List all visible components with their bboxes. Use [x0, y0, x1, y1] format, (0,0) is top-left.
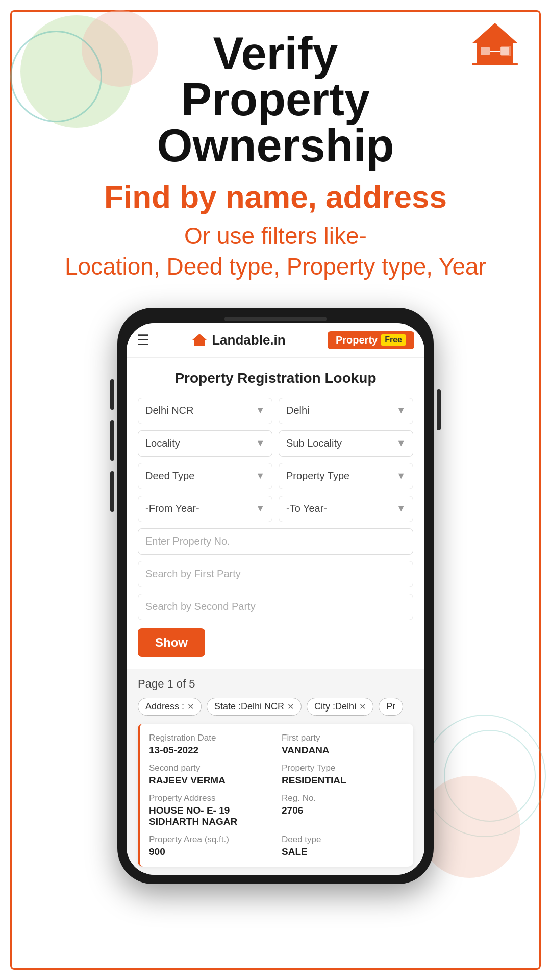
property-no-placeholder: Enter Property No.	[145, 535, 230, 547]
property-address-field: Property Address HOUSE NO- E- 19 SIDHART…	[149, 793, 271, 827]
filter-tag-address[interactable]: Address : ✕	[138, 698, 202, 716]
state-value: Delhi NCR	[145, 405, 193, 416]
city-chevron-icon: ▼	[396, 405, 406, 416]
locality-row: Locality ▼ Sub Locality ▼	[138, 430, 413, 457]
property-type-dropdown[interactable]: Property Type ▼	[279, 463, 413, 489]
filter-tag-pr[interactable]: Pr	[379, 698, 403, 716]
property-type-label: Property Type	[286, 470, 349, 482]
svg-rect-3	[490, 53, 500, 64]
remove-city-icon[interactable]: ✕	[359, 702, 366, 712]
year-row: -From Year- ▼ -To Year- ▼	[138, 496, 413, 522]
header-section: VerifyPropertyOwnership Find by name, ad…	[0, 0, 551, 282]
sub-locality-dropdown[interactable]: Sub Locality ▼	[279, 430, 413, 457]
filter-tag-state[interactable]: State :Delhi NCR ✕	[207, 698, 302, 716]
locality-dropdown[interactable]: Locality ▼	[138, 430, 272, 457]
from-year-label: -From Year-	[145, 503, 199, 514]
power-button	[437, 389, 441, 430]
hamburger-icon[interactable]: ☰	[137, 332, 149, 349]
deed-chevron-icon: ▼	[256, 471, 265, 481]
second-party-placeholder: Search by Second Party	[145, 601, 256, 612]
svg-rect-6	[472, 63, 518, 65]
reg-no-field: Reg. No. 2706	[282, 793, 404, 827]
app-logo-text: Landable.in	[212, 332, 285, 348]
state-dropdown[interactable]: Delhi NCR ▼	[138, 398, 272, 424]
to-year-label: -To Year-	[286, 503, 327, 514]
filters-text: Or use filters like-Location, Deed type,…	[0, 221, 551, 282]
house-icon-top	[469, 20, 520, 68]
phone-mockup: ☰ Landable.in Property Free Property Reg…	[117, 308, 434, 884]
from-year-chevron-icon: ▼	[256, 503, 265, 514]
phone-screen: ☰ Landable.in Property Free Property Reg…	[127, 323, 424, 875]
deed-type-label: Deed Type	[145, 470, 194, 482]
svg-rect-4	[481, 47, 490, 55]
subtitle-text: Find by name, address	[0, 179, 551, 215]
second-party-field: Second party RAJEEV VERMA	[149, 763, 271, 786]
deed-property-row: Deed Type ▼ Property Type ▼	[138, 463, 413, 489]
volume-up-button	[110, 379, 114, 410]
sub-locality-chevron-icon: ▼	[396, 438, 406, 449]
form-title: Property Registration Lookup	[138, 370, 413, 386]
property-type-chevron-icon: ▼	[396, 471, 406, 481]
silent-button	[110, 471, 114, 512]
locality-label: Locality	[145, 437, 180, 449]
result-grid: Registration Date 13-05-2022 First party…	[149, 733, 404, 857]
main-title: VerifyPropertyOwnership	[0, 31, 551, 168]
deed-type-field: Deed type SALE	[282, 835, 404, 857]
svg-rect-8	[198, 342, 201, 346]
filter-tags: Address : ✕ State :Delhi NCR ✕ City :Del…	[138, 698, 413, 716]
remove-state-icon[interactable]: ✕	[287, 702, 294, 712]
property-badge: Property Free	[328, 331, 414, 349]
area-field: Property Area (sq.ft.) 900	[149, 835, 271, 857]
property-no-input[interactable]: Enter Property No.	[138, 528, 413, 555]
deed-type-dropdown[interactable]: Deed Type ▼	[138, 463, 272, 489]
phone-wrapper: ☰ Landable.in Property Free Property Reg…	[0, 308, 551, 884]
state-chevron-icon: ▼	[256, 405, 265, 416]
locality-chevron-icon: ▼	[256, 438, 265, 449]
remove-address-icon[interactable]: ✕	[187, 702, 194, 712]
first-party-placeholder: Search by First Party	[145, 568, 241, 580]
volume-down-button	[110, 420, 114, 461]
property-type-field: Property Type RESIDENTIAL	[282, 763, 404, 786]
app-logo: Landable.in	[191, 332, 285, 348]
city-dropdown[interactable]: Delhi ▼	[279, 398, 413, 424]
first-party-input[interactable]: Search by First Party	[138, 561, 413, 587]
page-info: Page 1 of 5	[138, 677, 413, 691]
show-button[interactable]: Show	[138, 628, 205, 657]
results-area: Page 1 of 5 Address : ✕ State :Delhi NCR…	[127, 669, 424, 875]
state-city-row: Delhi NCR ▼ Delhi ▼	[138, 398, 413, 424]
form-area: Property Registration Lookup Delhi NCR ▼…	[127, 358, 424, 669]
result-card: Registration Date 13-05-2022 First party…	[138, 724, 413, 867]
reg-date-field: Registration Date 13-05-2022	[149, 733, 271, 756]
free-badge: Free	[381, 334, 406, 346]
svg-rect-5	[500, 47, 509, 55]
second-party-input[interactable]: Search by Second Party	[138, 594, 413, 620]
sub-locality-label: Sub Locality	[286, 437, 342, 449]
first-party-field: First party VANDANA	[282, 733, 404, 756]
from-year-dropdown[interactable]: -From Year- ▼	[138, 496, 272, 522]
to-year-dropdown[interactable]: -To Year- ▼	[279, 496, 413, 522]
filter-tag-city[interactable]: City :Delhi ✕	[307, 698, 373, 716]
app-header: ☰ Landable.in Property Free	[127, 323, 424, 358]
to-year-chevron-icon: ▼	[396, 503, 406, 514]
phone-notch	[224, 317, 327, 321]
city-value: Delhi	[286, 405, 310, 416]
